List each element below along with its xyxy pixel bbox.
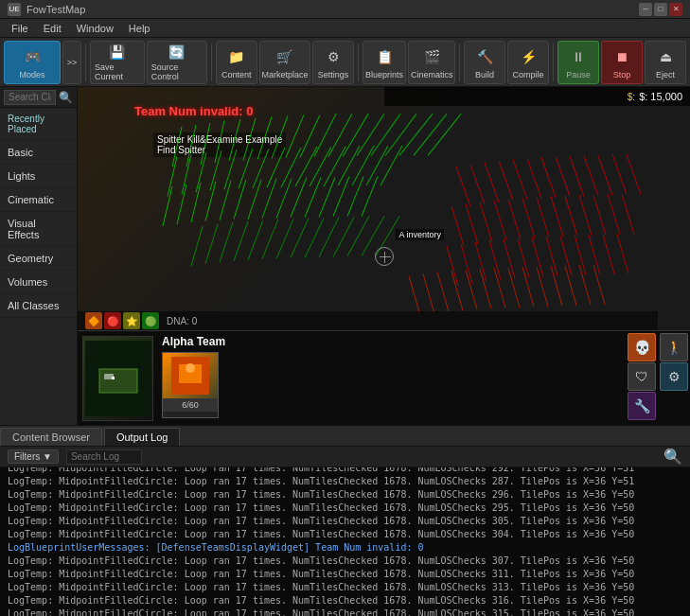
build-button[interactable]: 🔨 Build bbox=[464, 41, 505, 84]
search-bar: 🔍 bbox=[0, 87, 77, 108]
svg-line-111 bbox=[522, 267, 534, 307]
hud-far-right-icons: 🚶 ⚙ bbox=[658, 331, 690, 425]
toolbar-separator-4 bbox=[459, 44, 460, 81]
svg-point-123 bbox=[186, 363, 195, 373]
sidebar-item-volumes[interactable]: Volumes bbox=[0, 271, 77, 294]
search-input[interactable] bbox=[4, 90, 56, 105]
tab-content-browser[interactable]: Content Browser bbox=[0, 428, 102, 446]
modes-button[interactable]: 🎮 Modes bbox=[4, 41, 61, 84]
svg-line-15 bbox=[385, 114, 416, 155]
hud-icon-shield[interactable]: 🛡 bbox=[628, 362, 656, 391]
log-line: LogTemp: MidpointFilledCircle: Loop ran … bbox=[8, 581, 682, 594]
eject-button[interactable]: ⏏ Eject bbox=[645, 41, 686, 84]
svg-line-30 bbox=[324, 147, 345, 186]
svg-line-95 bbox=[276, 220, 293, 259]
svg-line-97 bbox=[305, 219, 324, 258]
svg-line-87 bbox=[603, 234, 614, 273]
log-area[interactable]: LogTemp: Playing SoundCue S_PSololeUI_ge… bbox=[0, 467, 690, 616]
dna-icon-yellow: ⭐ bbox=[123, 312, 140, 329]
stop-icon: ⏹ bbox=[610, 45, 633, 68]
svg-line-94 bbox=[262, 220, 278, 259]
svg-line-40 bbox=[234, 180, 246, 220]
log-line: LogTemp: MidpointFilledCircle: Loop ran … bbox=[8, 607, 682, 616]
svg-line-63 bbox=[451, 206, 464, 246]
maximize-button[interactable]: □ bbox=[654, 3, 667, 16]
svg-line-8 bbox=[286, 114, 304, 157]
viewport[interactable]: Team Num invalid: 0 Spitter Kill&Examine… bbox=[78, 87, 690, 425]
svg-line-21 bbox=[196, 152, 206, 192]
expand-button[interactable]: >> bbox=[62, 41, 81, 84]
svg-line-86 bbox=[589, 235, 600, 274]
svg-line-69 bbox=[537, 198, 549, 238]
crosshair bbox=[375, 247, 394, 266]
svg-line-49 bbox=[362, 177, 378, 217]
sidebar-item-lights[interactable]: Lights bbox=[0, 165, 77, 188]
filters-button[interactable]: Filters ▼ bbox=[8, 449, 59, 464]
dna-icons: 🔶 🔴 ⭐ 🟢 bbox=[85, 312, 159, 329]
sidebar-item-visual-effects[interactable]: Visual Effects bbox=[0, 212, 77, 247]
svg-line-37 bbox=[191, 183, 201, 222]
score-bar: $: $: 15,000 bbox=[384, 87, 691, 106]
svg-line-48 bbox=[347, 177, 363, 217]
minimize-button[interactable]: ─ bbox=[639, 3, 652, 16]
svg-line-55 bbox=[527, 159, 541, 199]
hud-icon-person[interactable]: 🚶 bbox=[660, 333, 688, 361]
svg-line-77 bbox=[461, 244, 472, 284]
search-log-icon[interactable]: 🔍 bbox=[663, 448, 682, 466]
sidebar-item-recently-placed[interactable]: Recently Placed bbox=[0, 108, 77, 141]
settings-button[interactable]: ⚙ Settings bbox=[312, 41, 354, 84]
hud-icon-skull[interactable]: 💀 bbox=[628, 333, 656, 361]
toolbar-separator-3 bbox=[358, 44, 359, 81]
cinematics-button[interactable]: 🎬 Cinematics bbox=[408, 41, 455, 84]
menu-help[interactable]: Help bbox=[121, 21, 158, 36]
svg-line-16 bbox=[399, 114, 433, 155]
svg-line-64 bbox=[466, 204, 478, 244]
svg-line-61 bbox=[612, 154, 627, 194]
search-log-input[interactable] bbox=[66, 449, 142, 465]
source-control-button[interactable]: 🔄 Source Control bbox=[147, 41, 207, 84]
svg-line-44 bbox=[291, 178, 307, 218]
sidebar-item-basic[interactable]: Basic bbox=[0, 141, 77, 165]
svg-line-109 bbox=[494, 268, 505, 308]
svg-line-79 bbox=[489, 240, 501, 280]
compile-button[interactable]: ⚡ Compile bbox=[507, 41, 549, 84]
sidebar-item-cinematic[interactable]: Cinematic bbox=[0, 188, 77, 212]
close-button[interactable]: ✕ bbox=[669, 3, 682, 16]
blueprints-button[interactable]: 📋 Blueprints bbox=[363, 41, 406, 84]
bottom-tabs: Content Browser Output Log bbox=[0, 426, 690, 447]
svg-line-46 bbox=[319, 178, 335, 218]
hud-team-card-1: 6/60 bbox=[162, 352, 219, 418]
content-button[interactable]: 📁 Content bbox=[216, 41, 257, 84]
svg-line-89 bbox=[191, 226, 203, 266]
marketplace-button[interactable]: 🛒 Marketplace bbox=[259, 41, 310, 84]
svg-line-14 bbox=[371, 114, 400, 155]
stop-button[interactable]: ⏹ Stop bbox=[601, 41, 643, 84]
hud-team-card-inner-1 bbox=[163, 353, 218, 398]
viewport-canvas: Team Num invalid: 0 Spitter Kill&Examine… bbox=[78, 87, 690, 425]
svg-line-75 bbox=[622, 194, 634, 234]
log-line: LogTemp: MidpointFilledCircle: Loop ran … bbox=[8, 568, 682, 581]
svg-line-73 bbox=[593, 195, 606, 235]
hud-icon-circuit[interactable]: ⚙ bbox=[660, 362, 688, 391]
sidebar-item-all-classes[interactable]: All Classes bbox=[0, 294, 77, 318]
menu-window[interactable]: Window bbox=[69, 21, 121, 36]
bottom-section: Content Browser Output Log Filters ▼ 🔍 L… bbox=[0, 425, 690, 616]
hud-team-title: Alpha Team bbox=[162, 335, 622, 348]
svg-line-56 bbox=[541, 158, 556, 198]
minimap bbox=[82, 336, 153, 421]
save-current-button[interactable]: 💾 Save Current bbox=[90, 41, 145, 84]
tab-output-log[interactable]: Output Log bbox=[104, 428, 180, 446]
pause-button[interactable]: ⏸ Pause bbox=[557, 41, 599, 84]
menu-edit[interactable]: Edit bbox=[36, 21, 69, 36]
svg-line-116 bbox=[593, 265, 605, 305]
content-area: 🔍 Recently Placed Basic Lights Cinematic… bbox=[0, 87, 690, 425]
hud-icon-pipe[interactable]: 🔧 bbox=[628, 392, 656, 420]
toolbar: 🎮 Modes >> 💾 Save Current 🔄 Source Contr… bbox=[0, 38, 690, 87]
svg-line-104 bbox=[423, 273, 434, 313]
menu-file[interactable]: File bbox=[4, 21, 36, 36]
menu-bar: File Edit Window Help bbox=[0, 19, 690, 38]
svg-line-72 bbox=[579, 195, 592, 235]
svg-line-29 bbox=[310, 147, 331, 186]
svg-rect-120 bbox=[112, 377, 115, 379]
sidebar-item-geometry[interactable]: Geometry bbox=[0, 247, 77, 271]
